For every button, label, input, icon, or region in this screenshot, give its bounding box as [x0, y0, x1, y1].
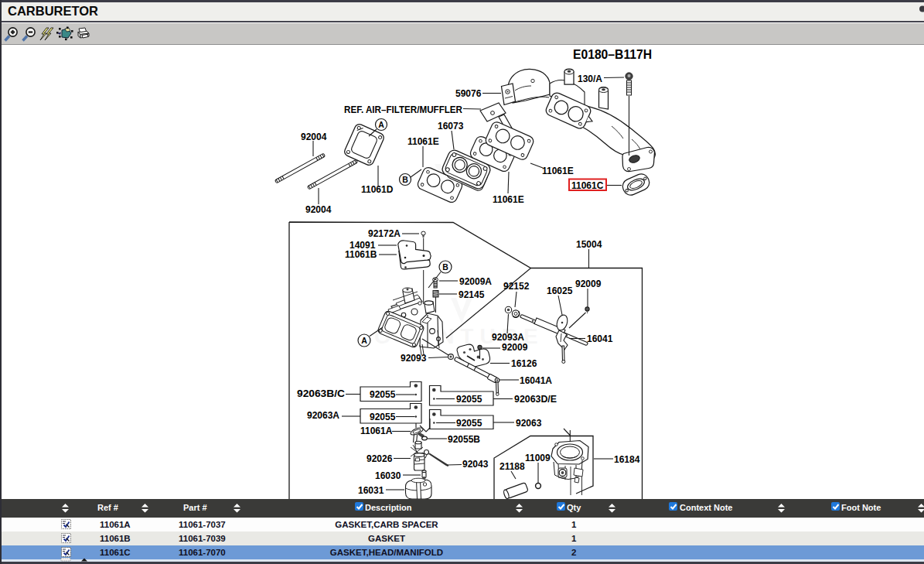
svg-text:16030: 16030: [375, 470, 401, 481]
svg-text:92004: 92004: [301, 132, 327, 142]
svg-text:92093: 92093: [401, 353, 427, 364]
svg-text:B: B: [442, 262, 448, 272]
svg-text:11061D: 11061D: [361, 184, 394, 195]
svg-text:92055: 92055: [370, 389, 396, 400]
svg-text:11009: 11009: [525, 453, 551, 463]
svg-text:92145: 92145: [459, 289, 485, 300]
svg-text:92055B: 92055B: [448, 434, 480, 445]
svg-text:92063A: 92063A: [307, 410, 339, 421]
svg-text:A: A: [361, 336, 367, 345]
svg-text:B: B: [402, 175, 408, 184]
svg-text:92063D/E: 92063D/E: [514, 394, 557, 405]
svg-text:11061C: 11061C: [571, 180, 604, 191]
svg-text:92063B/C: 92063B/C: [297, 388, 345, 399]
svg-text:16031: 16031: [358, 485, 384, 496]
svg-text:92009: 92009: [575, 279, 602, 289]
svg-text:92055: 92055: [456, 394, 482, 405]
svg-text:11061A: 11061A: [360, 426, 393, 436]
svg-text:92026: 92026: [367, 453, 393, 464]
svg-text:92055: 92055: [456, 418, 482, 429]
svg-text:16041A: 16041A: [520, 375, 552, 386]
svg-text:REF. AIR–FILTER/MUFFLER: REF. AIR–FILTER/MUFFLER: [344, 104, 462, 115]
svg-text:92152: 92152: [503, 281, 530, 292]
svg-text:16126: 16126: [511, 358, 537, 369]
svg-text:130/A: 130/A: [578, 73, 602, 84]
svg-text:92063: 92063: [516, 418, 542, 429]
svg-text:59076: 59076: [455, 88, 482, 99]
svg-text:16025: 16025: [547, 285, 573, 296]
svg-text:92009: 92009: [502, 342, 528, 353]
svg-text:92172A: 92172A: [368, 228, 401, 239]
svg-text:E0180–B117H: E0180–B117H: [573, 48, 652, 61]
svg-text:92093A: 92093A: [492, 332, 524, 343]
svg-text:11061E: 11061E: [493, 194, 524, 205]
svg-text:11061E: 11061E: [407, 136, 439, 147]
svg-text:A: A: [378, 120, 384, 129]
svg-text:92043: 92043: [462, 459, 489, 470]
svg-text:15004: 15004: [576, 239, 602, 250]
svg-text:92055: 92055: [370, 412, 396, 422]
svg-text:92009A: 92009A: [459, 276, 492, 287]
svg-text:16184: 16184: [614, 454, 640, 465]
svg-text:16041: 16041: [587, 333, 613, 344]
svg-text:21188: 21188: [500, 461, 525, 472]
svg-text:16073: 16073: [438, 121, 464, 132]
svg-text:92004: 92004: [305, 204, 332, 215]
svg-text:11061B: 11061B: [345, 249, 377, 260]
svg-text:11061E: 11061E: [542, 166, 574, 176]
